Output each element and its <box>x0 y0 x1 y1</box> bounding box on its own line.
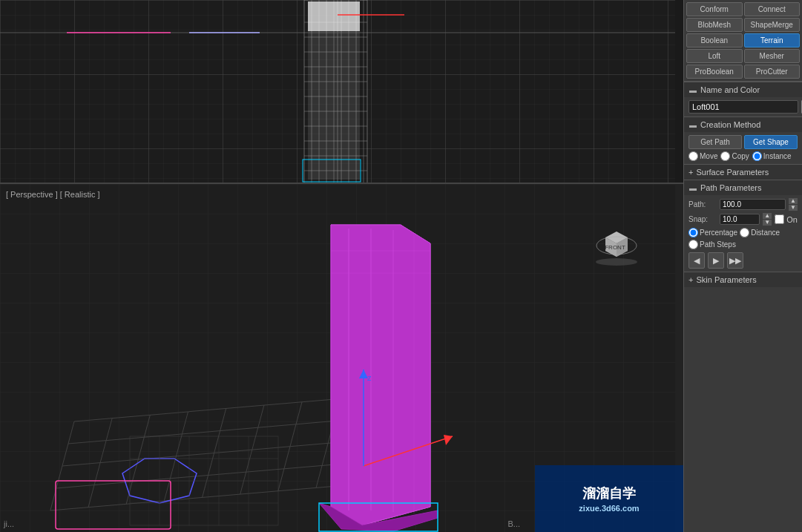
skin-params-label: Skin Parameters <box>696 275 756 284</box>
svg-rect-28 <box>308 31 360 180</box>
creation-method-content: Get Path Get Shape Move Copy Instance <box>684 132 802 164</box>
name-color-row <box>684 97 802 116</box>
viewport-label: [ Perspective ] [ Realistic ] <box>6 190 100 199</box>
svg-text:z: z <box>367 373 372 382</box>
get-shape-button[interactable]: Get Shape <box>744 135 798 149</box>
path-params-collapse: ▬ <box>688 184 697 192</box>
boolean-button[interactable]: Boolean <box>686 33 743 47</box>
top-viewport-grid <box>0 0 675 184</box>
path-params-section-header[interactable]: ▬ Path Parameters <box>684 180 802 195</box>
blobmesh-button[interactable]: BlobMesh <box>686 18 743 32</box>
path-steps-radio[interactable]: Path Steps <box>688 240 736 249</box>
skin-params-header[interactable]: + Skin Parameters <box>684 272 802 287</box>
skin-params-plus: + <box>688 275 693 284</box>
cube-svg: FRONT <box>594 221 639 266</box>
bottom-right-label: B... <box>507 519 520 528</box>
instance-radio-input[interactable] <box>752 151 762 161</box>
name-color-header[interactable]: ▬ Name and Color <box>684 82 802 97</box>
navigation-cube[interactable]: FRONT <box>594 221 639 266</box>
bottom-viewport[interactable]: [ Perspective ] [ Realistic ] <box>0 184 683 532</box>
right-panel: Conform Connect BlobMesh ShapeMerge Bool… <box>683 0 802 532</box>
conform-button[interactable]: Conform <box>686 2 743 16</box>
bottom-left-label: ji... <box>4 519 14 528</box>
watermark: 溜溜自学 zixue.3d66.com <box>535 465 683 532</box>
buttons-grid: Conform Connect BlobMesh ShapeMerge Bool… <box>684 0 802 81</box>
snap-row: Snap: ▲ ▼ On <box>688 213 798 226</box>
path-steps-radio-input[interactable] <box>688 240 698 249</box>
on-label: On <box>786 215 798 224</box>
snap-label: Snap: <box>688 215 717 223</box>
distance-radio[interactable]: Distance <box>740 228 780 237</box>
main-area: [ Perspective ] [ Realistic ] <box>0 0 683 532</box>
distance-radio-input[interactable] <box>740 228 749 237</box>
path-row: Path: ▲ ▼ <box>688 198 798 211</box>
path-steps-label: Path Steps <box>700 240 736 249</box>
move-radio[interactable]: Move <box>688 151 717 161</box>
creation-radio-row: Move Copy Instance <box>688 151 798 161</box>
path-spin-up[interactable]: ▲ <box>789 198 798 204</box>
object-name-input[interactable] <box>688 100 798 114</box>
terrain-button[interactable]: Terrain <box>744 33 801 47</box>
surface-params-plus: + <box>688 168 693 177</box>
percentage-radio-input[interactable] <box>688 228 698 237</box>
tool-row: ◀ ▶ ▶▶ <box>688 252 798 269</box>
svg-rect-27 <box>308 1 360 31</box>
connect-button[interactable]: Connect <box>744 2 801 16</box>
svg-text:FRONT: FRONT <box>605 244 625 251</box>
loft-button[interactable]: Loft <box>686 49 743 63</box>
instance-radio[interactable]: Instance <box>752 151 792 161</box>
snap-value-input[interactable] <box>720 214 760 225</box>
percentage-radio[interactable]: Percentage <box>688 228 737 237</box>
compound-objects-section: Conform Connect BlobMesh ShapeMerge Bool… <box>684 0 802 82</box>
path-value-input[interactable] <box>720 199 786 210</box>
instance-label: Instance <box>763 152 792 160</box>
top-viewport[interactable] <box>0 0 683 184</box>
move-label: Move <box>700 152 717 160</box>
snap-on-checkbox[interactable] <box>775 214 784 224</box>
pick-shape-button[interactable]: ▶ <box>708 252 724 269</box>
shapemerge-button[interactable]: ShapeMerge <box>744 18 801 32</box>
snap-on-row: On <box>775 214 798 224</box>
move-radio-input[interactable] <box>688 151 698 161</box>
mesher-button[interactable]: Mesher <box>744 49 801 63</box>
path-params-content: Path: ▲ ▼ Snap: ▲ ▼ On Percentage <box>684 195 802 272</box>
creation-method-header[interactable]: ▬ Creation Method <box>684 116 802 132</box>
path-params-label: Path Parameters <box>700 183 762 192</box>
copy-label: Copy <box>732 152 749 160</box>
snap-spin-up[interactable]: ▲ <box>763 213 772 219</box>
percentage-label: Percentage <box>700 229 737 237</box>
procutter-button[interactable]: ProCutter <box>744 65 801 79</box>
path-label: Path: <box>688 200 717 208</box>
name-color-label: Name and Color <box>700 85 760 94</box>
get-path-button[interactable]: Get Path <box>688 135 742 149</box>
snap-spin-down[interactable]: ▼ <box>763 220 772 226</box>
name-color-collapse: ▬ <box>688 86 697 94</box>
proboolean-button[interactable]: ProBoolean <box>686 65 743 79</box>
surface-params-label: Surface Parameters <box>696 168 769 177</box>
path-spin-down[interactable]: ▼ <box>789 205 798 211</box>
creation-method-collapse: ▬ <box>688 121 697 129</box>
surface-params-header[interactable]: + Surface Parameters <box>684 164 802 180</box>
next-shape-button[interactable]: ▶▶ <box>727 252 743 269</box>
path-spin-btns: ▲ ▼ <box>789 198 798 211</box>
prev-shape-button[interactable]: ◀ <box>688 252 705 269</box>
svg-marker-61 <box>331 225 430 525</box>
snap-spin-btns: ▲ ▼ <box>763 213 772 226</box>
distance-label: Distance <box>751 229 780 237</box>
copy-radio-input[interactable] <box>720 151 730 161</box>
svg-point-75 <box>596 258 637 266</box>
path-radio-options: Percentage Distance Path Steps <box>688 228 798 249</box>
creation-method-label: Creation Method <box>700 120 760 129</box>
copy-radio[interactable]: Copy <box>720 151 749 161</box>
creation-method-btn-row: Get Path Get Shape <box>688 135 798 149</box>
